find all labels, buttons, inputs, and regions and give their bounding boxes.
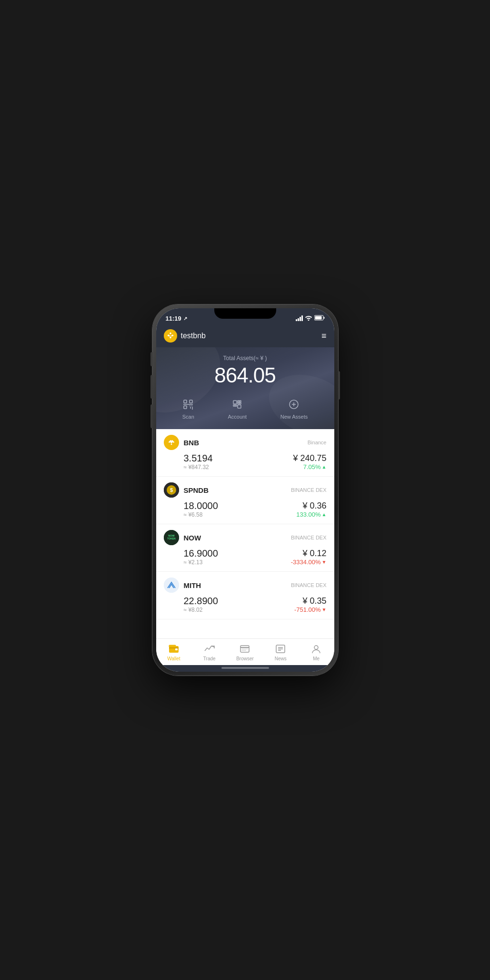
hero-section: Total Assets(≈ ¥ ) 864.05 (156, 347, 334, 429)
svg-rect-8 (233, 401, 237, 404)
total-assets-amount: 864.05 (166, 363, 325, 387)
nav-news-label: News (275, 656, 287, 661)
spndb-balance: 18.0000 (184, 500, 218, 511)
bnb-icon (164, 435, 179, 450)
status-time: 11:19 (166, 315, 181, 322)
phone-outer: 11:19 ↗ (152, 304, 338, 676)
bnb-change-arrow: ▲ (322, 464, 327, 470)
asset-list: BNB Binance 3.5194 ≈ ¥847.32 ¥ 240.75 7.… (156, 429, 334, 638)
mith-name: MITH (184, 581, 201, 589)
now-change-arrow: ▼ (322, 559, 327, 565)
asset-item-mith[interactable]: MITH BINANCE DEX 22.8900 ≈ ¥8.02 ¥ 0.35 … (156, 572, 334, 619)
bnb-price: ¥ 240.75 (293, 453, 326, 463)
spndb-icon: $ (164, 482, 179, 498)
trade-icon (204, 644, 215, 655)
svg-rect-15 (238, 405, 241, 408)
svg-rect-13 (238, 402, 239, 404)
asset-item-bnb[interactable]: BNB Binance 3.5194 ≈ ¥847.32 ¥ 240.75 7.… (156, 429, 334, 477)
scan-action[interactable]: Scan (182, 399, 194, 420)
notch (214, 308, 276, 319)
nav-item-wallet[interactable]: Wallet (156, 644, 192, 661)
asset-item-now[interactable]: NOW TOKEN NOW BINANCE DEX 16.9000 ≈ ¥2.1… (156, 524, 334, 572)
bnb-change: 7.05% ▲ (293, 463, 326, 470)
bnb-name: BNB (184, 439, 200, 447)
account-label: Account (228, 414, 247, 420)
svg-rect-34 (241, 650, 246, 651)
bottom-nav: Wallet Trade (156, 638, 334, 665)
signal-icon (296, 315, 303, 321)
now-balance: 16.9000 (184, 548, 218, 559)
asset-item-spndb[interactable]: $ SPNDB BINANCE DEX 18.0000 ≈ ¥6.58 ¥ 0.… (156, 477, 334, 524)
svg-rect-12 (240, 401, 241, 402)
nav-browser-label: Browser (236, 656, 254, 661)
hamburger-menu-icon[interactable]: ≡ (321, 332, 327, 340)
home-bar (221, 667, 269, 669)
bnb-exchange: Binance (308, 440, 327, 445)
svg-point-39 (314, 646, 318, 649)
now-approx: ≈ ¥2.13 (184, 559, 218, 566)
svg-point-26 (164, 578, 179, 593)
spndb-name: SPNDB (184, 486, 209, 494)
mith-approx: ≈ ¥8.02 (184, 607, 218, 613)
bnb-approx: ≈ ¥847.32 (184, 464, 213, 470)
svg-rect-9 (233, 405, 235, 406)
nav-item-news[interactable]: News (263, 644, 299, 661)
svg-rect-29 (169, 645, 176, 647)
now-exchange: BINANCE DEX (291, 535, 327, 540)
phone-inner: 11:19 ↗ (156, 308, 334, 672)
mith-price: ¥ 0.35 (294, 596, 327, 606)
total-assets-label: Total Assets(≈ ¥ ) (166, 355, 325, 362)
svg-rect-5 (190, 400, 192, 403)
browser-icon (240, 644, 250, 655)
svg-point-16 (290, 400, 298, 409)
new-assets-action[interactable]: New Assets (280, 399, 308, 420)
now-icon: NOW TOKEN (164, 530, 179, 545)
now-price: ¥ 0.12 (291, 549, 327, 559)
mith-change-arrow: ▼ (322, 607, 327, 612)
svg-rect-33 (241, 648, 248, 649)
now-change: -3334.00% ▼ (291, 559, 327, 566)
svg-rect-10 (235, 405, 237, 406)
navigation-icon: ↗ (183, 316, 187, 321)
svg-text:$: $ (170, 487, 172, 493)
svg-rect-14 (240, 402, 241, 404)
svg-rect-28 (169, 647, 179, 648)
nav-item-browser[interactable]: Browser (227, 644, 263, 661)
scan-icon (182, 399, 194, 412)
new-assets-icon (288, 399, 300, 412)
now-name: NOW (184, 534, 201, 542)
bnb-balance: 3.5194 (184, 453, 213, 464)
battery-icon (314, 315, 325, 322)
account-icon (231, 399, 243, 412)
mith-icon (164, 578, 179, 593)
nav-item-me[interactable]: Me (299, 644, 334, 661)
spndb-approx: ≈ ¥6.58 (184, 511, 218, 518)
svg-rect-32 (240, 647, 249, 648)
svg-rect-6 (184, 406, 187, 409)
account-action[interactable]: Account (228, 399, 247, 420)
mith-change: -751.00% ▼ (294, 606, 327, 613)
svg-rect-11 (238, 401, 239, 402)
svg-rect-1 (315, 316, 321, 320)
spndb-change-arrow: ▲ (322, 512, 327, 517)
wallet-icon (169, 644, 179, 655)
svg-rect-4 (184, 400, 187, 403)
mith-balance: 22.8900 (184, 596, 218, 607)
spndb-change: 133.00% ▲ (296, 511, 326, 518)
app-header: testbnb ≡ (156, 325, 334, 347)
new-assets-label: New Assets (280, 414, 308, 420)
nav-item-trade[interactable]: Trade (191, 644, 227, 661)
binance-logo (164, 329, 177, 343)
nav-wallet-label: Wallet (167, 656, 180, 661)
nav-trade-label: Trade (203, 656, 216, 661)
nav-me-label: Me (313, 656, 320, 661)
wifi-icon (305, 315, 312, 322)
svg-rect-30 (175, 648, 178, 650)
scan-label: Scan (182, 414, 194, 420)
svg-rect-2 (323, 317, 324, 319)
spndb-price: ¥ 0.36 (296, 501, 326, 511)
screen: 11:19 ↗ (156, 308, 334, 672)
home-indicator (156, 665, 334, 672)
svg-text:TOKEN: TOKEN (167, 537, 176, 540)
header-username: testbnb (181, 332, 206, 340)
